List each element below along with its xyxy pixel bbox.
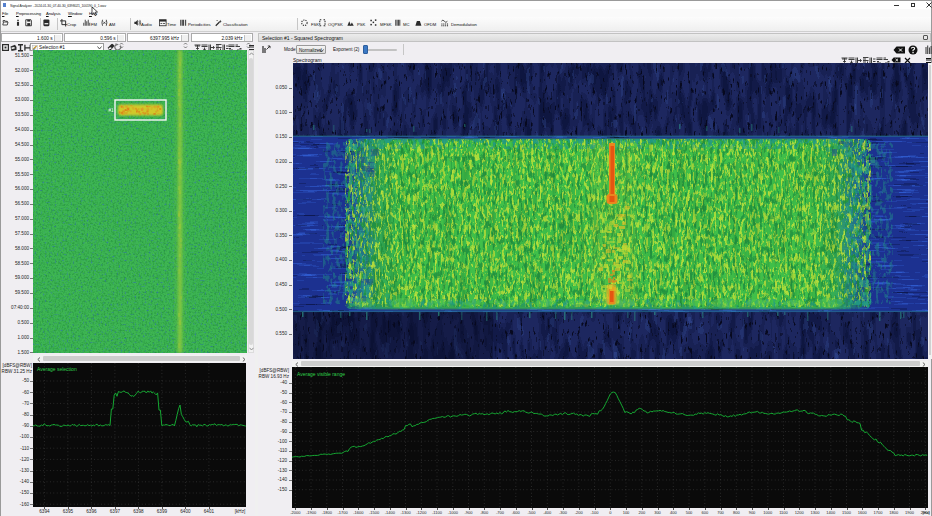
svg-text:Average selection: Average selection [37,366,77,372]
svg-text:Average visible range: Average visible range [297,371,345,377]
svg-text:#1: #1 [108,108,114,113]
